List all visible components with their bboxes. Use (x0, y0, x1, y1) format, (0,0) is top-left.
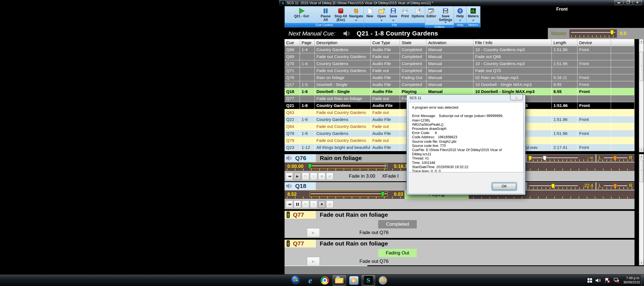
cell-length (552, 95, 577, 102)
column-header-state[interactable]: State (400, 39, 427, 46)
action-center-flag-icon[interactable] (604, 277, 610, 283)
scroll-up-icon[interactable]: ▲ (639, 154, 644, 159)
column-header-cue[interactable]: Cue (285, 39, 300, 46)
scroll-down-icon[interactable]: ▼ (639, 261, 644, 265)
volume-icon[interactable] (595, 278, 602, 283)
toolbar-button-navigate[interactable]: Navigate (349, 6, 364, 23)
volume-slider[interactable]: -22.4 (527, 182, 595, 190)
next-manual-cue-bar: Next Manual Cue: Q21 - 1-8 Country Garde… (285, 28, 548, 39)
taskbar-start-button[interactable] (289, 275, 302, 286)
rewind-button[interactable]: ◀◀ (286, 201, 293, 208)
cue-id-chip[interactable]: Q77 (285, 240, 316, 247)
cell-description: Country Gardens (315, 46, 371, 53)
toolbar-button-help[interactable]: ?Help (454, 6, 466, 23)
slider-ticks (571, 35, 615, 37)
taskbar-windows-explorer[interactable] (333, 275, 346, 286)
cue-id-chip[interactable]: Q76 (285, 154, 316, 162)
skip-button[interactable]: > (310, 173, 317, 180)
toolbar-button-pause-all[interactable]: Pause All (318, 6, 333, 23)
play-button[interactable]: ▶ (307, 228, 320, 237)
pause-button[interactable] (294, 201, 301, 208)
cell-cue: Q64 (285, 123, 300, 130)
waveform-track[interactable] (310, 164, 388, 169)
restore-button[interactable] (624, 0, 633, 5)
dialog-close-button[interactable]: x (510, 95, 523, 100)
column-header-description[interactable]: Description (315, 39, 371, 46)
toolbar-button-options[interactable]: Options (411, 6, 425, 23)
column-header-cue-type[interactable]: Cue Type (371, 39, 400, 46)
cue-row-q71[interactable]: Q71Fade out Country GardensFade outCompl… (285, 67, 639, 74)
toolbar-button-save-settings[interactable]: Save Settings (437, 6, 454, 25)
toolbar-button-new[interactable]: New (364, 6, 376, 23)
cue-id-chip[interactable]: Q77 (285, 211, 316, 219)
chevron-down-icon[interactable] (392, 20, 394, 22)
taskbar-goldwave[interactable]: GW (376, 275, 390, 286)
loop-button[interactable]: ↻ (302, 201, 309, 208)
toolbar-button-label: Options (411, 15, 424, 18)
loop-button[interactable]: ↻ (302, 173, 309, 180)
master-slider[interactable] (569, 29, 617, 38)
cue-row-q76[interactable]: Q76Rain on foliageAudio FileFading OutMa… (285, 74, 639, 81)
toolbar-button-stop-all-esc-[interactable]: Stop All (Esc) (333, 6, 349, 23)
panel-scrollbar[interactable]: ▲ ≡ ▼ (639, 154, 644, 265)
column-header-file-info[interactable]: File / Info (473, 39, 552, 46)
waveform-track[interactable] (310, 192, 388, 197)
toolbar-button-print[interactable]: Print (399, 6, 411, 23)
rewind-button[interactable]: ◀◀ (286, 173, 293, 180)
volume-slider[interactable]: - ∞ (527, 154, 595, 162)
ok-button[interactable]: OK (492, 183, 517, 190)
shuffle-button[interactable]: ⇄ (326, 173, 333, 180)
taskbar-chrome[interactable] (318, 275, 332, 286)
cue-row-q68[interactable]: Q681-4Country GardensAudio FileCompleted… (285, 46, 639, 53)
master-slider-handle[interactable] (610, 30, 614, 35)
state-badge: Completed (378, 220, 417, 228)
toolbar-button-meters[interactable]: Meters (467, 6, 480, 23)
chevron-down-icon[interactable] (472, 20, 474, 22)
cue-row-q70[interactable]: Q701-4Country GardensAudio FileCompleted… (285, 60, 639, 67)
stop-button[interactable]: ■ (318, 201, 325, 208)
toolbar-button-save[interactable]: Save (387, 6, 399, 23)
chevron-down-icon[interactable] (459, 20, 461, 22)
toolbar-button-q21-go-[interactable]: Q21 - Go! (285, 6, 318, 23)
play-button[interactable]: ▶ (307, 257, 320, 266)
chevron-down-icon[interactable] (380, 20, 383, 22)
shuffle-button[interactable]: ⇄ (326, 201, 333, 208)
skip-button[interactable]: > (310, 201, 317, 208)
taskbar-scs11-app[interactable]: S (362, 275, 375, 286)
stop-button[interactable]: ■ (318, 173, 325, 180)
cell-file_info: 10 - Country Gardens.mp3 (473, 60, 552, 67)
column-header-length[interactable]: Length (552, 39, 577, 46)
toolbar-button-open[interactable]: Open (376, 6, 387, 23)
scrollbar-thumb[interactable]: ≡ (640, 160, 643, 182)
chevron-down-icon[interactable] (355, 20, 357, 22)
taskbar-internet-explorer[interactable]: e (304, 275, 317, 286)
scroll-down-icon[interactable]: ▼ (639, 148, 644, 152)
clock[interactable]: 7:49 p.m. 30/09/2015 (623, 276, 640, 285)
title-bar[interactable]: S SCS 11 2015 Vicar of Dibley [E:\Show F… (279, 0, 644, 6)
tray-grid-icon[interactable] (587, 278, 593, 283)
cue-row-q17[interactable]: Q171-5Doorbell - SingleAudio FileComplet… (285, 81, 639, 88)
cue-id-chip[interactable]: Q18 (285, 182, 316, 190)
cue-row-q69[interactable]: Q69Fade out Country GardensFade outCompl… (285, 53, 639, 60)
column-header-filler[interactable] (611, 39, 634, 46)
show-desktop-button[interactable] (641, 275, 644, 286)
column-header-activation[interactable]: Activation (427, 39, 473, 46)
cell-page: 1-4 (300, 46, 315, 53)
toolbar-button-label: Open (377, 15, 386, 18)
column-header-device[interactable]: Device (577, 39, 611, 46)
toolbar-button-editor[interactable]: Editor (425, 6, 437, 25)
chevron-down-icon[interactable] (444, 22, 447, 24)
minimize-button[interactable] (614, 0, 623, 5)
scroll-up-icon[interactable]: ▲ (639, 39, 644, 44)
network-error-icon[interactable] (613, 277, 620, 283)
play-button[interactable]: ▶ (294, 173, 301, 180)
column-header-page[interactable]: Page (300, 39, 315, 46)
pan-slider[interactable]: L R (596, 182, 634, 190)
taskbar-windows-media-player[interactable]: ▶ (347, 275, 361, 286)
scrollbar-thumb[interactable]: ≡ (640, 52, 643, 81)
cell-cue_type: Fade out (371, 67, 400, 74)
cell-description: Country Gardens (315, 130, 371, 137)
close-button[interactable]: × (633, 0, 642, 5)
pan-slider[interactable]: L R (596, 154, 634, 162)
cue-table-scrollbar[interactable]: ▲ ≡ ▼ (639, 39, 644, 152)
